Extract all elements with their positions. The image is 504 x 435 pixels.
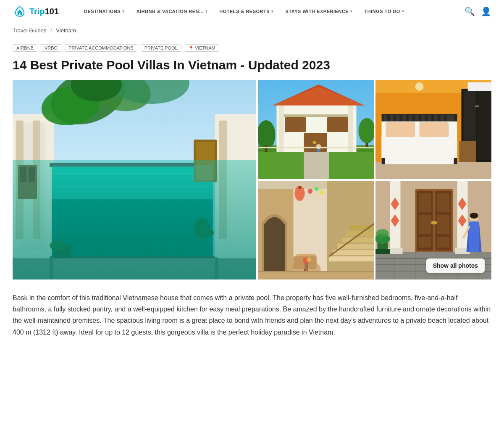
svg-rect-25	[196, 142, 215, 180]
svg-rect-131	[419, 237, 431, 248]
chevron-down-icon: ▾	[205, 9, 208, 13]
svg-rect-8	[29, 167, 35, 182]
chevron-down-icon: ▾	[122, 9, 125, 13]
tag-vietnam[interactable]: 📍 VIETNAM	[185, 44, 219, 52]
svg-rect-129	[419, 193, 431, 212]
nav-things[interactable]: THINGS TO DO ▾	[365, 9, 404, 14]
svg-rect-76	[434, 115, 438, 121]
svg-rect-32	[50, 258, 53, 279]
svg-rect-134	[437, 237, 450, 248]
svg-rect-72	[409, 115, 412, 121]
svg-point-30	[199, 229, 214, 237]
search-icon[interactable]: 🔍	[465, 6, 475, 16]
article-description: Bask in the comfort of this traditional …	[13, 292, 491, 338]
tag-vrbo[interactable]: VRBO	[41, 44, 61, 52]
nav-stays[interactable]: STAYS WITH EXPERIENCE ▾	[286, 9, 353, 14]
svg-rect-89	[327, 181, 374, 279]
photo-top-right[interactable]	[375, 80, 491, 179]
main-nav: DESTINATIONS ▾ AIRBNB & VACATION REN... …	[84, 9, 465, 14]
tag-airbnb[interactable]: AIRBNB	[13, 44, 37, 52]
svg-rect-35	[52, 165, 213, 199]
nav-hotels[interactable]: HOTELS & RESORTS ▾	[219, 9, 273, 14]
svg-rect-109	[258, 271, 374, 272]
page-title: 14 Best Private Pool Villas In Vietnam -…	[13, 58, 491, 73]
svg-rect-84	[459, 141, 476, 162]
svg-rect-64	[475, 105, 479, 107]
svg-rect-21	[50, 256, 215, 261]
svg-rect-90	[329, 256, 374, 261]
photo-main[interactable]	[13, 80, 256, 279]
svg-rect-81	[382, 137, 457, 164]
svg-rect-124	[388, 248, 403, 254]
svg-rect-45	[327, 117, 348, 132]
svg-point-29	[50, 240, 66, 250]
interior-illustration	[258, 181, 374, 279]
photo-top-mid[interactable]	[258, 80, 374, 179]
svg-rect-71	[403, 115, 406, 121]
header-icons: 🔍 👤	[465, 6, 491, 16]
chevron-down-icon: ▾	[402, 9, 404, 13]
chevron-down-icon: ▾	[350, 9, 353, 13]
svg-rect-77	[441, 115, 444, 121]
svg-rect-7	[20, 167, 26, 182]
svg-rect-91	[333, 250, 374, 255]
nav-airbnb[interactable]: AIRBNB & VACATION REN... ▾	[136, 9, 208, 14]
photo-grid: Show all photos	[13, 80, 491, 279]
svg-rect-14	[52, 165, 213, 258]
svg-point-107	[307, 257, 312, 262]
svg-rect-5	[33, 121, 40, 239]
svg-point-143	[470, 213, 478, 219]
svg-rect-48	[279, 105, 284, 152]
svg-rect-80	[420, 122, 449, 137]
svg-rect-95	[350, 225, 374, 230]
show-all-photos-button[interactable]: Show all photos	[426, 258, 485, 273]
user-icon[interactable]: 👤	[481, 6, 491, 16]
svg-rect-44	[285, 117, 306, 132]
svg-rect-82	[382, 158, 385, 164]
svg-rect-65	[468, 82, 492, 91]
photo-bottom-right[interactable]: Show all photos	[375, 181, 491, 279]
svg-point-85	[415, 82, 424, 91]
svg-point-28	[194, 218, 210, 239]
svg-rect-56	[304, 152, 329, 179]
svg-rect-34	[52, 199, 213, 258]
chevron-down-icon: ▾	[271, 9, 274, 13]
tag-private-pool[interactable]: PRIVATE POOL	[141, 44, 181, 52]
svg-rect-93	[342, 237, 374, 243]
svg-rect-3	[20, 123, 46, 250]
photo-bottom-mid[interactable]	[258, 181, 374, 279]
svg-rect-33	[215, 258, 218, 279]
svg-rect-145	[375, 249, 390, 254]
svg-rect-6	[18, 165, 37, 199]
breadcrumb-separator: /	[50, 27, 52, 34]
breadcrumb-current: Vietnam	[56, 27, 76, 34]
bedroom-illustration	[375, 80, 491, 179]
svg-rect-27	[54, 245, 71, 262]
svg-rect-130	[419, 215, 431, 234]
svg-rect-57	[258, 147, 374, 148]
svg-point-98	[315, 187, 319, 191]
breadcrumb: Travel Guides / Vietnam	[0, 23, 504, 38]
svg-rect-31	[13, 258, 256, 279]
svg-rect-60	[375, 162, 491, 179]
svg-rect-75	[428, 115, 431, 121]
breadcrumb-parent[interactable]: Travel Guides	[13, 27, 46, 34]
pool-illustration	[13, 80, 256, 279]
main-content: AIRBNB VRBO PRIVATE ACCOMMODATIONS PRIVA…	[0, 38, 504, 351]
tag-private-accommodations[interactable]: PRIVATE ACCOMMODATIONS	[65, 44, 137, 52]
svg-rect-111	[299, 186, 301, 189]
svg-rect-63	[478, 91, 492, 160]
nav-destinations[interactable]: DESTINATIONS ▾	[84, 9, 125, 14]
svg-point-136	[434, 221, 437, 224]
svg-rect-68	[384, 115, 387, 121]
svg-rect-43	[283, 115, 350, 117]
svg-rect-70	[396, 115, 400, 121]
svg-rect-69	[390, 115, 394, 121]
svg-rect-78	[447, 115, 454, 121]
svg-rect-20	[50, 163, 215, 167]
svg-rect-132	[437, 193, 450, 212]
tag-list: AIRBNB VRBO PRIVATE ACCOMMODATIONS PRIVA…	[13, 44, 491, 52]
svg-rect-73	[415, 115, 419, 121]
logo[interactable]: Trip101	[13, 4, 59, 18]
svg-rect-23	[219, 121, 227, 239]
